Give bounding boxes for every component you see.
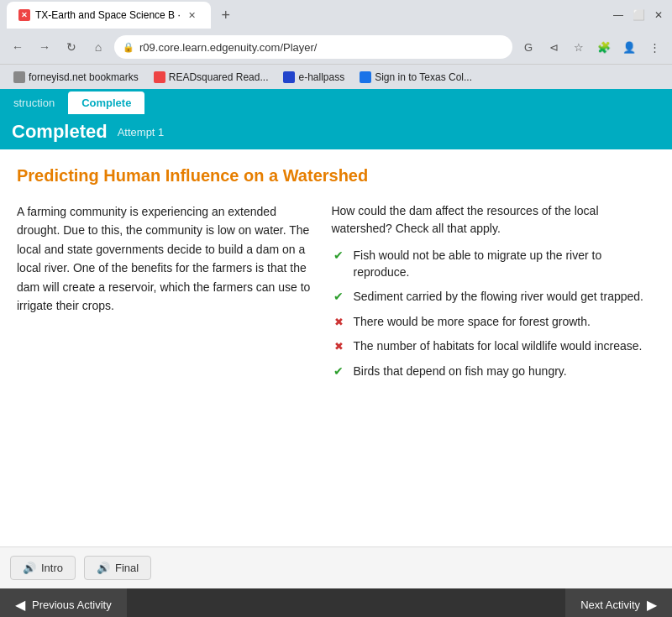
content-tabs: struction Complete [0, 89, 672, 114]
next-activity-button[interactable]: Next Activity ▶ [565, 588, 672, 617]
attempt-label: Attempt 1 [118, 126, 165, 139]
bookmark-ehallpass[interactable]: e-hallpass [276, 69, 351, 86]
incorrect-icon-4: ✖ [331, 339, 346, 354]
home-button[interactable]: ⌂ [87, 36, 109, 58]
incorrect-icon-3: ✖ [331, 315, 346, 330]
tab-complete[interactable]: Complete [68, 92, 144, 114]
bookmark-ehallpass-label: e-hallpass [298, 71, 344, 83]
bookmark-texas-icon [360, 71, 371, 83]
tab-favicon: ✕ [18, 9, 30, 21]
bookmark-readsquared-label: READsquared Read... [169, 71, 269, 83]
final-label: Final [115, 562, 139, 574]
answer-text-1: Fish would not be able to migrate up the… [353, 248, 655, 280]
answer-text-3: There would be more space for forest gro… [353, 314, 590, 331]
content-columns: A farming community is experiencing an e… [17, 202, 655, 380]
browser-actions: G ⊲ ☆ 🧩 👤 ⋮ [517, 36, 665, 58]
correct-icon-5: ✔ [331, 364, 346, 379]
answer-text-4: The number of habitats for local wildlif… [353, 338, 642, 355]
menu-icon[interactable]: ⋮ [643, 36, 665, 58]
correct-icon-1: ✔ [331, 248, 346, 264]
address-bar-row: ← → ↻ ⌂ 🔒 r09.core.learn.edgenuity.com/P… [0, 30, 672, 64]
answer-item-3: ✖ There would be more space for forest g… [331, 314, 655, 331]
left-arrow-icon: ◀ [15, 597, 25, 613]
previous-activity-button[interactable]: ◀ Previous Activity [0, 588, 127, 617]
tab-instruction[interactable]: struction [0, 92, 68, 114]
bookmark-texas-label: Sign in to Texas Col... [375, 71, 472, 83]
audio-icon-intro: 🔊 [23, 562, 36, 574]
close-window-button[interactable]: ✕ [652, 8, 665, 22]
intro-label: Intro [41, 562, 63, 574]
bookmark-forneyisd-label: forneyisd.net bookmarks [29, 71, 139, 83]
extension-icon[interactable]: 🧩 [593, 36, 615, 58]
browser-titlebar: ✕ TX-Earth and Space Science B · ✕ + — ⬜… [0, 0, 672, 30]
next-label: Next Activity [580, 599, 640, 611]
answer-item-2: ✔ Sediment carried by the flowing river … [331, 289, 655, 306]
address-box[interactable]: 🔒 r09.core.learn.edgenuity.com/Player/ [114, 35, 512, 59]
tab-title: TX-Earth and Space Science B · [35, 9, 181, 21]
lock-icon: 🔒 [123, 42, 134, 53]
profile-icon[interactable]: 👤 [618, 36, 640, 58]
google-icon[interactable]: G [517, 36, 539, 58]
new-tab-button[interactable]: + [214, 3, 238, 27]
share-icon[interactable]: ⊲ [543, 36, 564, 58]
answer-list: ✔ Fish would not be able to migrate up t… [331, 248, 655, 380]
intro-audio-button[interactable]: 🔊 Intro [10, 556, 76, 580]
correct-icon-2: ✔ [331, 290, 346, 305]
bookmark-readsquared-icon [154, 71, 165, 83]
tab-close-button[interactable]: ✕ [186, 8, 199, 22]
question-title: Predicting Human Influence on a Watershe… [17, 166, 655, 186]
bookmark-star-icon[interactable]: ☆ [568, 36, 590, 58]
audio-icon-final: 🔊 [97, 562, 110, 574]
answer-text-2: Sediment carried by the flowing river wo… [353, 289, 643, 306]
minimize-button[interactable]: — [612, 8, 625, 22]
bookmark-folder-icon [13, 71, 25, 83]
answer-item-4: ✖ The number of habitats for local wildl… [331, 338, 655, 355]
maximize-button[interactable]: ⬜ [632, 8, 645, 22]
back-button[interactable]: ← [7, 36, 29, 58]
answer-item-1: ✔ Fish would not be able to migrate up t… [331, 248, 655, 280]
bookmark-texas-col[interactable]: Sign in to Texas Col... [353, 69, 479, 86]
bookmarks-bar: forneyisd.net bookmarks READsquared Read… [0, 64, 672, 89]
forward-button[interactable]: → [34, 36, 55, 58]
question-text: How could the dam affect the resources o… [331, 202, 655, 238]
answer-text-5: Birds that depend on fish may go hungry. [353, 363, 566, 380]
answer-item-5: ✔ Birds that depend on fish may go hungr… [331, 363, 655, 380]
completed-header: Completed Attempt 1 [0, 114, 672, 149]
final-audio-button[interactable]: 🔊 Final [84, 556, 151, 580]
active-tab[interactable]: ✕ TX-Earth and Space Science B · ✕ [7, 2, 211, 29]
url-text: r09.core.learn.edgenuity.com/Player/ [139, 41, 317, 54]
reload-button[interactable]: ↻ [60, 36, 82, 58]
right-arrow-icon: ▶ [647, 597, 657, 613]
bookmark-readsquared[interactable]: READsquared Read... [147, 69, 276, 86]
passage-text: A farming community is experiencing an e… [17, 202, 311, 380]
main-content: Predicting Human Influence on a Watershe… [0, 149, 672, 546]
window-controls: — ⬜ ✕ [612, 8, 665, 22]
bookmark-ehallpass-icon [283, 71, 295, 83]
bookmark-forneyisd[interactable]: forneyisd.net bookmarks [7, 69, 145, 86]
previous-label: Previous Activity [32, 599, 112, 611]
right-column: How could the dam affect the resources o… [331, 202, 655, 380]
tab-bar: ✕ TX-Earth and Space Science B · ✕ + [7, 2, 238, 29]
completed-label: Completed [12, 121, 108, 143]
bottom-nav: 🔊 Intro 🔊 Final [0, 546, 672, 588]
activity-nav: ◀ Previous Activity Next Activity ▶ [0, 588, 672, 617]
